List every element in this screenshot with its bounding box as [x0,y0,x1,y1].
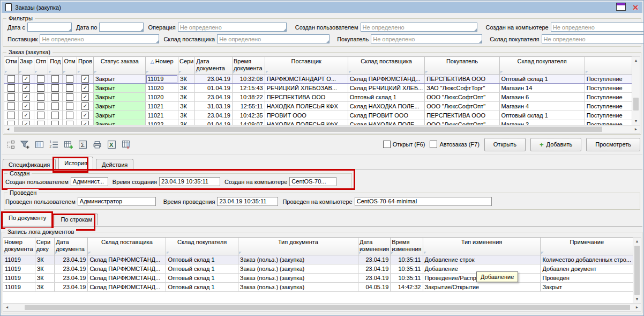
column-header[interactable]: Поставщик [265,57,348,75]
checkbox-checked[interactable]: ✓ [81,102,89,110]
scrollbar-thumb[interactable] [633,98,639,111]
table-row[interactable]: 11019ЗК23.04.19Склад ПАРФЮМСТАНД...Оптов… [3,283,633,292]
checkbox-unchecked[interactable] [8,102,15,110]
column-header[interactable]: Статус заказа [94,57,146,75]
checkbox-cell[interactable] [34,111,48,120]
column-header[interactable]: Время изменения [391,238,423,255]
checkbox-cell[interactable]: ✓ [18,75,34,84]
column-header[interactable]: Склад поставщика [348,57,425,75]
checkbox-cell[interactable] [63,111,77,120]
checkbox-checked[interactable]: ✓ [23,112,30,119]
column-header[interactable]: Склад покупателя [499,57,585,75]
column-header[interactable]: △Номер [146,57,178,75]
checkbox-cell[interactable] [48,84,63,93]
checkbox-unchecked[interactable] [8,84,15,92]
checkbox-unchecked[interactable] [37,93,44,101]
columns-icon[interactable] [34,139,44,150]
filter-supplier-warehouse-input[interactable] [217,34,330,43]
checkbox-unchecked[interactable] [37,102,44,110]
scroll-left-icon[interactable]: ◄ [3,304,11,311]
column-header[interactable]: Примечание [541,238,633,255]
maximize-button[interactable] [616,3,626,12]
filter-date-from-input[interactable] [27,23,72,32]
checkbox-checked[interactable]: ✓ [81,112,89,119]
tab-by-document[interactable]: По документу [3,211,52,225]
scroll-down-icon[interactable]: ▼ [633,296,641,303]
autoorder-f7-checkbox[interactable]: Автозаказ (F7) [430,141,479,148]
column-header[interactable]: Сери [178,57,194,75]
checkbox-cell[interactable] [4,102,19,111]
checkbox-unchecked[interactable] [66,84,73,92]
scrollbar-thumb[interactable] [25,305,630,310]
filter-operation-input[interactable] [178,23,287,32]
scroll-up-icon[interactable]: ▲ [632,57,640,64]
checkbox-cell[interactable] [63,93,77,102]
tree-icon[interactable] [5,139,16,150]
scrollbar-thumb[interactable] [14,127,602,132]
column-header[interactable]: Склад покупателя [166,238,238,255]
checkbox-cell[interactable]: ✓ [77,111,94,120]
checkbox-cell[interactable] [48,111,63,120]
tab-by-rows[interactable]: По строкам [55,214,98,225]
checkbox-checked[interactable]: ✓ [81,75,89,83]
table-row[interactable]: ✓✓Закрыт11021ЗК31.03.1912:55:11НАХОДКА П… [4,102,632,111]
checkbox-checked[interactable]: ✓ [23,102,30,110]
checkbox-cell[interactable] [48,102,63,111]
checkbox-unchecked[interactable] [66,102,73,110]
close-button[interactable]: ✕ [632,4,639,11]
checkbox-unchecked[interactable] [37,75,44,83]
log-vertical-scrollbar[interactable]: ▲ ▼ [633,237,641,304]
scroll-right-icon[interactable]: ► [633,304,641,311]
filter-date-to-input[interactable] [99,23,144,32]
checkbox-cell[interactable] [4,111,19,120]
checkbox-unchecked[interactable] [51,102,59,110]
scrollbar-thumb[interactable] [634,246,640,295]
table-row[interactable]: ✓✓Закрыт11021ЗК23.04.1910:42:35ПРОВИТ ОО… [4,111,632,120]
column-header[interactable]: Сери доку [35,238,55,255]
orders-vertical-scrollbar[interactable]: ▲ ▼ [632,56,640,126]
checkbox-unchecked[interactable] [66,112,73,119]
print-icon[interactable] [92,139,102,150]
checkbox-cell[interactable]: ✓ [18,93,34,102]
table-row[interactable]: ✓✓Закрыт11020ЗК01.04.1912:15:43РЕЧИЦКИЙ … [4,84,632,93]
column-header[interactable]: Склад поставщика [88,238,166,255]
checkbox-checked[interactable]: ✓ [81,93,89,101]
scroll-right-icon[interactable]: ► [632,126,640,133]
view-button[interactable]: Просмотреть [586,138,640,151]
table-row[interactable]: ✓✓Закрыт11020ЗК23.04.1910:38:22ПЕРСПЕКТИ… [4,93,632,102]
checkbox-cell[interactable] [34,102,48,111]
checkbox-unchecked[interactable] [51,112,59,119]
checkbox-unchecked[interactable] [8,93,15,101]
checkbox-cell[interactable]: ✓ [77,75,94,84]
checkbox-cell[interactable] [48,75,63,84]
checkbox-unchecked[interactable] [51,75,59,83]
checkbox-cell[interactable] [34,84,48,93]
checkbox-checked[interactable]: ✓ [81,84,89,92]
column-header[interactable]: Закр [18,57,34,75]
table-row[interactable]: 11019ЗК23.04.19Склад ПАРФЮМСТАНД...Оптов… [3,264,633,274]
checkbox-checked[interactable]: ✓ [23,93,30,101]
checkbox-cell[interactable]: ✓ [18,111,34,120]
checkbox-unchecked[interactable] [37,112,44,119]
log-horizontal-scrollbar[interactable]: ◄ ► [3,303,641,312]
checkbox-unchecked[interactable] [51,93,59,101]
scroll-left-icon[interactable]: ◄ [4,126,12,133]
tab-actions[interactable]: Действия [96,159,133,171]
table-delete-icon[interactable]: x [121,139,131,150]
column-header[interactable]: Отм [4,57,19,75]
add-button[interactable]: +Добавить [530,138,581,151]
numbered-list-icon[interactable]: 12 [48,139,59,150]
checkbox-unchecked[interactable] [66,75,73,83]
checkbox-cell[interactable] [34,93,48,102]
filter-created-computer-input[interactable] [551,23,644,32]
column-header[interactable]: Пров [77,57,94,75]
column-header[interactable]: Дата документа [195,57,233,75]
column-header[interactable]: Дата изменения [358,238,391,255]
scroll-down-icon[interactable]: ▼ [632,117,640,125]
column-header[interactable]: Время документа [232,57,265,75]
checkbox-unchecked[interactable] [8,112,15,119]
window-titlebar[interactable]: Заказы (закупка) ✕ [2,2,642,13]
table-add-icon[interactable] [63,139,73,150]
checkbox-cell[interactable]: ✓ [77,102,94,111]
checkbox-unchecked[interactable] [51,84,59,92]
